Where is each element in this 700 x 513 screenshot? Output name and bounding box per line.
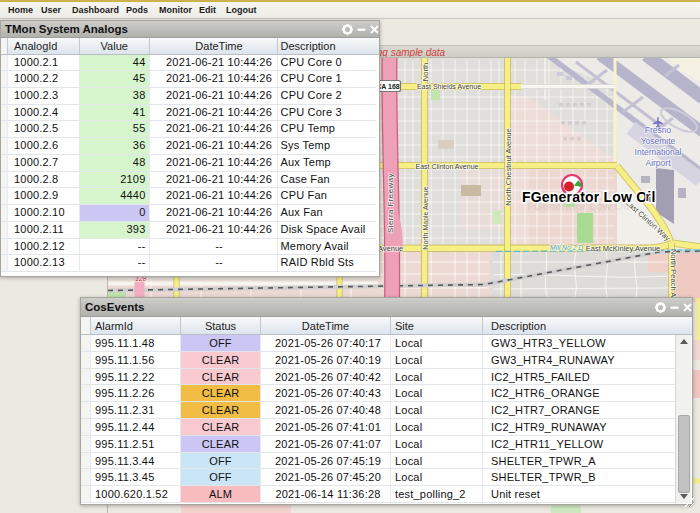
svg-text:North Chestnut Avenue: North Chestnut Avenue	[504, 128, 513, 205]
svg-text:East McKinley Avenue: East McKinley Avenue	[586, 244, 661, 253]
svg-text:International: International	[635, 147, 682, 157]
svg-text:North Maple Avenue: North Maple Avenue	[422, 186, 430, 249]
svg-text:FGenerator Low Oil: FGenerator Low Oil	[522, 189, 656, 205]
svg-text:r: r	[646, 189, 651, 204]
svg-text:East Shields Avenue: East Shields Avenue	[417, 83, 481, 90]
svg-text:Airport: Airport	[645, 158, 671, 168]
svg-text:East Clinton Avenue: East Clinton Avenue	[416, 163, 479, 170]
svg-text:Mill No 2 D: Mill No 2 D	[550, 244, 583, 251]
svg-text:Sierra Freeway: Sierra Freeway	[386, 173, 395, 233]
svg-text:Yosemite: Yosemite	[641, 136, 676, 146]
svg-text:North: North	[421, 63, 430, 81]
